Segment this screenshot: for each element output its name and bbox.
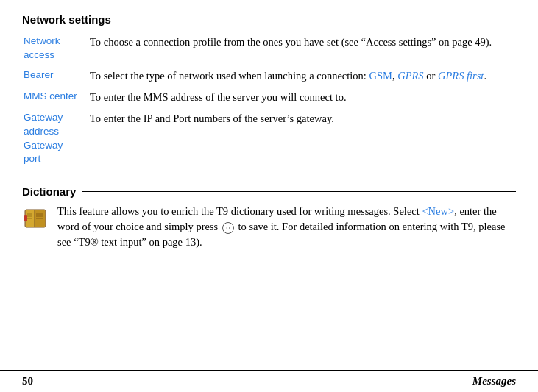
- dictionary-body-text: This feature allows you to enrich the T9…: [57, 204, 516, 250]
- bearer-desc: To select the type of network used when …: [90, 68, 514, 84]
- settings-table: Networkaccess To choose a connection pro…: [22, 33, 516, 174]
- dictionary-heading-row: Dictionary: [22, 185, 516, 198]
- table-row: Networkaccess To choose a connection pro…: [24, 35, 514, 63]
- mms-center-label: MMS center: [24, 90, 90, 104]
- network-access-desc: To choose a connection profile from the …: [90, 35, 514, 50]
- dictionary-section: Dictionary: [22, 185, 516, 250]
- page-container: Network settings Networkaccess To choose…: [0, 0, 538, 392]
- bearer-label: Bearer: [24, 68, 90, 82]
- gprs-first-link: GPRS first: [438, 70, 484, 82]
- book-icon: [22, 205, 49, 232]
- circle-button: ○: [222, 222, 234, 234]
- table-row: GatewayaddressGatewayport To enter the I…: [24, 111, 514, 167]
- network-settings-heading: Network settings: [22, 13, 516, 26]
- dictionary-divider: [82, 191, 516, 192]
- gsm-link: GSM: [369, 70, 392, 82]
- dictionary-heading: Dictionary: [22, 185, 76, 198]
- bottom-bar: 50 Messages: [0, 370, 538, 392]
- page-number: 50: [22, 375, 33, 388]
- chapter-label: Messages: [472, 375, 516, 388]
- new-link: <New>: [422, 205, 454, 217]
- gateway-desc: To enter the IP and Port numbers of the …: [90, 111, 514, 126]
- gprs-link: GPRS: [397, 70, 423, 82]
- table-row: Bearer To select the type of network use…: [24, 68, 514, 84]
- network-access-label: Networkaccess: [24, 35, 90, 63]
- gateway-label: GatewayaddressGatewayport: [24, 111, 90, 167]
- mms-center-desc: To enter the MMS address of the server y…: [90, 90, 514, 105]
- table-row: MMS center To enter the MMS address of t…: [24, 90, 514, 105]
- svg-rect-10: [24, 215, 27, 221]
- dictionary-content: This feature allows you to enrich the T9…: [22, 204, 516, 250]
